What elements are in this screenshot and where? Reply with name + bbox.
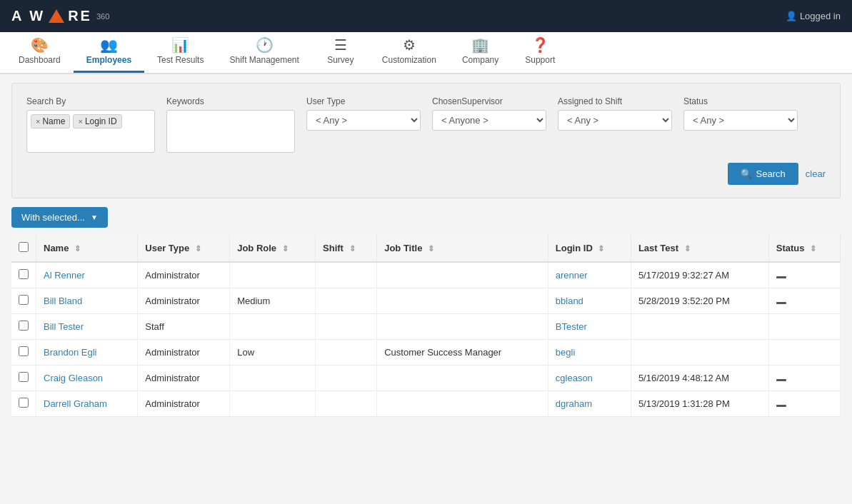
row-job-title: Customer Success Manager [377,340,548,366]
row-checkbox-cell[interactable] [11,366,36,391]
col-header-job-role[interactable]: Job Role ⇕ [230,235,316,262]
row-job-title [377,314,548,340]
tab-shift-management[interactable]: 🕐 Shift Management [216,32,311,73]
row-user-type: Administrator [138,340,230,366]
search-by-field: Search By × Name × Login ID [26,96,155,153]
tag-login-id-remove[interactable]: × [78,117,82,126]
tab-shift-management-label: Shift Management [229,55,299,65]
row-name[interactable]: Bill Tester [36,314,138,340]
col-header-last-test[interactable]: Last Test ⇕ [631,235,768,262]
row-5-checkbox[interactable] [19,398,29,408]
table-row: Al RennerAdministratorarenner5/17/2019 9… [11,262,841,288]
tag-login-id: × Login ID [73,114,121,128]
col-header-shift[interactable]: Shift ⇕ [316,235,377,262]
col-header-status[interactable]: Status ⇕ [768,235,840,262]
dashboard-icon: 🎨 [31,38,49,52]
table-row: Bill TesterStaffBTester [11,314,841,340]
assigned-to-shift-label: Assigned to Shift [558,96,672,106]
row-name[interactable]: Brandon Egli [36,340,138,366]
row-login-id[interactable]: arenner [548,262,631,288]
logo: A W RE 360 [11,8,109,24]
employees-table: Name ⇕ User Type ⇕ Job Role ⇕ Shift ⇕ Jo… [11,235,841,417]
row-name[interactable]: Bill Bland [36,288,138,314]
status-select[interactable]: < Any > [683,110,798,131]
row-name[interactable]: Al Renner [36,262,138,288]
col-header-job-title[interactable]: Job Title ⇕ [377,235,548,262]
row-job-role [230,366,316,391]
keywords-input[interactable] [166,110,295,153]
row-4-checkbox[interactable] [19,372,29,382]
row-checkbox-cell[interactable] [11,262,36,288]
sort-last-test-icon: ⇕ [684,244,691,253]
row-last-test: 5/17/2019 9:32:27 AM [631,262,768,288]
row-login-id[interactable]: begli [548,340,631,366]
tab-dashboard[interactable]: 🎨 Dashboard [6,32,74,73]
with-selected-label: With selected... [21,212,85,223]
row-login-id[interactable]: bbland [548,288,631,314]
row-shift [316,340,377,366]
row-last-test [631,340,768,366]
row-name[interactable]: Craig Gleason [36,366,138,391]
row-job-role [230,262,316,288]
row-checkbox-cell[interactable] [11,288,36,314]
row-user-type: Administrator [138,391,230,417]
support-icon: ❓ [531,38,549,52]
tab-support[interactable]: ❓ Support [511,32,568,73]
row-checkbox-cell[interactable] [11,340,36,366]
logged-in-status: Logged in [786,11,841,21]
user-type-select[interactable]: < Any > Administrator Staff [306,110,421,131]
tab-customization[interactable]: ⚙ Customization [369,32,449,73]
chosen-supervisor-label: ChosenSupervisor [432,96,546,106]
search-by-tags-input[interactable]: × Name × Login ID [26,110,155,153]
tab-company-label: Company [462,55,498,65]
row-name[interactable]: Darrell Graham [36,391,138,417]
row-shift [316,366,377,391]
company-icon: 🏢 [471,38,489,52]
tag-name-remove[interactable]: × [36,117,40,126]
select-all-header[interactable] [11,235,36,262]
row-3-checkbox[interactable] [19,346,29,356]
tab-support-label: Support [525,55,555,65]
table-header-row: Name ⇕ User Type ⇕ Job Role ⇕ Shift ⇕ Jo… [11,235,841,262]
sort-job-role-icon: ⇕ [282,244,289,253]
sort-user-type-icon: ⇕ [195,244,201,253]
select-all-checkbox[interactable] [19,242,29,252]
sort-status-icon: ⇕ [810,244,816,253]
col-header-name[interactable]: Name ⇕ [36,235,138,262]
search-button[interactable]: 🔍 Search [728,163,798,185]
top-bar: A W RE 360 Logged in [0,0,852,32]
tab-survey[interactable]: ☰ Survey [312,32,369,73]
logo-text2: RE [68,8,92,24]
col-header-login-id[interactable]: Login ID ⇕ [548,235,631,262]
row-2-checkbox[interactable] [19,321,29,331]
with-selected-button[interactable]: With selected... ▼ [11,207,108,228]
status-field: Status < Any > [683,96,798,131]
row-0-checkbox[interactable] [19,269,29,279]
sort-shift-icon: ⇕ [349,244,356,253]
row-1-checkbox[interactable] [19,295,29,305]
row-user-type: Administrator [138,366,230,391]
col-header-user-type[interactable]: User Type ⇕ [138,235,230,262]
row-shift [316,314,377,340]
shift-management-icon: 🕐 [256,38,274,52]
tab-test-results[interactable]: 📊 Test Results [144,32,216,73]
tab-employees[interactable]: 👥 Employees [74,32,144,73]
tab-navigation: 🎨 Dashboard 👥 Employees 📊 Test Results 🕐… [0,32,852,74]
row-checkbox-cell[interactable] [11,314,36,340]
row-status [768,366,840,391]
row-checkbox-cell[interactable] [11,391,36,417]
clear-button[interactable]: clear [806,168,826,179]
row-shift [316,288,377,314]
row-login-id[interactable]: dgraham [548,391,631,417]
tab-employees-label: Employees [86,55,131,65]
chosen-supervisor-select[interactable]: < Anyone > [432,110,546,131]
tab-company[interactable]: 🏢 Company [449,32,511,73]
row-status [768,288,840,314]
row-user-type: Administrator [138,262,230,288]
row-login-id[interactable]: cgleason [548,366,631,391]
row-job-role: Low [230,340,316,366]
search-panel: Search By × Name × Login ID Keywords Use… [11,83,841,198]
row-login-id[interactable]: BTester [548,314,631,340]
assigned-to-shift-select[interactable]: < Any > [558,110,672,131]
dropdown-caret-icon: ▼ [91,213,98,221]
